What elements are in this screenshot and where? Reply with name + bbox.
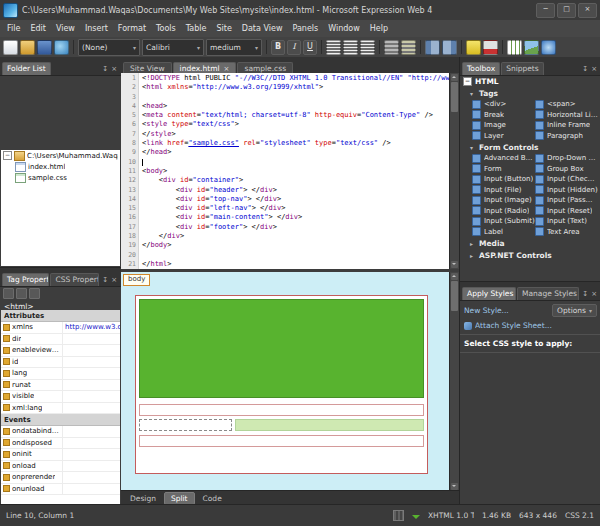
toolbox-section-tags[interactable]: ▾Tags [463, 87, 598, 99]
italic-button[interactable]: I [287, 40, 301, 55]
preview-in-browser-icon[interactable] [54, 40, 69, 55]
style-application-icon[interactable] [412, 515, 420, 519]
tab-apply-styles[interactable]: Apply Styles [462, 287, 516, 300]
property-row-xmlns[interactable]: xmlnshttp://www.w3.org/1999/xhtml [1, 322, 120, 334]
design-header-div[interactable] [139, 299, 424, 398]
tab-css-properties[interactable]: CSS Properties [50, 273, 99, 286]
property-row-lang[interactable]: lang [1, 368, 120, 380]
menu-edit[interactable]: Edit [25, 22, 51, 35]
menu-file[interactable]: File [2, 22, 25, 35]
toolbox-item-drop-down-box[interactable]: Drop-Down Box [535, 153, 598, 164]
visual-aids-icon[interactable] [393, 510, 404, 521]
code-content[interactable]: <!DOCTYPE html PUBLIC "-//W3C//DTD XHTML… [139, 73, 449, 269]
scrollbar-thumb[interactable] [451, 82, 458, 112]
close-panel-icon[interactable]: × [111, 65, 117, 73]
close-panel-icon[interactable]: × [591, 65, 597, 73]
toolbox-item-layer[interactable]: Layer [472, 131, 535, 142]
property-row-ondisposed[interactable]: ondisposed [1, 438, 120, 450]
numbered-list-icon[interactable] [401, 40, 416, 55]
font-color-icon[interactable] [483, 40, 498, 55]
property-row-dir[interactable]: dir [1, 334, 120, 346]
indent-icon[interactable] [442, 40, 457, 55]
toolbox-root[interactable]: − HTML [463, 75, 598, 87]
tab-tag-properties[interactable]: Tag Properties [2, 273, 49, 286]
toolbox-item-div[interactable]: <div> [472, 99, 535, 110]
property-row-enableviewstate[interactable]: enableviewstate [1, 345, 120, 357]
menu-panels[interactable]: Panels [287, 22, 323, 35]
code-scrollbar[interactable] [449, 73, 459, 269]
save-icon[interactable] [37, 40, 52, 55]
toolbox-item-form[interactable]: Form [472, 164, 535, 175]
view-tab-design[interactable]: Design [124, 493, 162, 504]
toolbox-section-media[interactable]: ▸Media [463, 237, 598, 249]
view-tab-code[interactable]: Code [197, 493, 228, 504]
minimize-button[interactable]: ─ [536, 3, 555, 18]
outdent-icon[interactable] [425, 40, 440, 55]
property-row-onunload[interactable]: onunload [1, 484, 120, 496]
align-left-icon[interactable] [326, 40, 341, 55]
close-document-icon[interactable]: × [224, 65, 230, 73]
folder-root[interactable]: − C:\Users\Muhammad.Waqas\Documents\My W… [1, 150, 120, 161]
tree-collapse-icon[interactable]: − [463, 77, 472, 86]
toolbox-item-input-password[interactable]: Input (Password) [535, 195, 598, 206]
property-row-ondatabinding[interactable]: ondatabinding [1, 426, 120, 438]
property-row-runat[interactable]: runat [1, 380, 120, 392]
show-categorized-icon[interactable] [3, 288, 14, 299]
show-alphabetized-icon[interactable] [16, 288, 27, 299]
bullet-list-icon[interactable] [384, 40, 399, 55]
toolbox-item-input-reset[interactable]: Input (Reset) [535, 206, 598, 217]
toolbox-item-span[interactable]: <span> [535, 99, 598, 110]
align-center-icon[interactable] [343, 40, 358, 55]
view-tab-split[interactable]: Split [164, 492, 195, 505]
toolbox-item-group-box[interactable]: Group Box [535, 164, 598, 175]
design-left-nav-div[interactable] [139, 419, 232, 431]
design-footer-div[interactable] [139, 435, 424, 447]
new-document-icon[interactable] [3, 40, 18, 55]
property-row-xml-lang[interactable]: xml:lang [1, 403, 120, 415]
scrollbar-thumb[interactable] [451, 281, 458, 311]
design-container-div[interactable] [135, 295, 428, 474]
property-row-visible[interactable]: visible [1, 391, 120, 403]
pin-icon[interactable]: ↧ [102, 276, 108, 284]
design-scrollbar[interactable] [449, 272, 459, 491]
folder-list-tab[interactable]: Folder List [2, 62, 51, 75]
property-group-events[interactable]: Events [1, 414, 120, 426]
toolbox-item-label[interactable]: Label [472, 227, 535, 238]
toolbox-item-image[interactable]: Image [472, 120, 535, 131]
toolbox-item-paragraph[interactable]: Paragraph [535, 131, 598, 142]
design-main-content-div[interactable] [235, 419, 424, 431]
toolbox-item-break[interactable]: Break [472, 110, 535, 121]
scroll-up-icon[interactable] [451, 273, 458, 280]
menu-site[interactable]: Site [211, 22, 236, 35]
file-index-html[interactable]: index.html [1, 161, 120, 172]
property-group-attributes[interactable]: Attributes [1, 310, 120, 322]
property-row-onprerender[interactable]: onprerender [1, 472, 120, 484]
scroll-down-icon[interactable] [451, 261, 458, 268]
bold-button[interactable]: B [271, 40, 285, 55]
menu-window[interactable]: Window [323, 22, 365, 35]
insert-picture-icon[interactable] [524, 40, 539, 55]
size-dropdown[interactable]: medium ▾ [206, 39, 262, 56]
toolbox-section-form-controls[interactable]: ▾Form Controls [463, 141, 598, 153]
show-set-properties-icon[interactable] [29, 288, 40, 299]
toolbox-item-horizontal-line[interactable]: Horizontal Line [535, 110, 598, 121]
toolbox-item-input-button[interactable]: Input (Button) [472, 174, 535, 185]
toolbox-item-advanced-button[interactable]: Advanced Button [472, 153, 535, 164]
toolbox-item-input-text[interactable]: Input (Text) [535, 216, 598, 227]
options-button[interactable]: Options ▾ [552, 304, 597, 317]
highlight-color-icon[interactable] [466, 40, 481, 55]
menu-data-view[interactable]: Data View [237, 22, 288, 35]
toolbox-item-input-radio[interactable]: Input (Radio) [472, 206, 535, 217]
insert-hyperlink-icon[interactable] [541, 40, 556, 55]
tab-manage-styles[interactable]: Manage Styles [517, 287, 579, 300]
pin-icon[interactable]: ↧ [582, 65, 588, 73]
toolbox-item-inline-frame[interactable]: Inline Frame [535, 120, 598, 131]
menu-format[interactable]: Format [113, 22, 151, 35]
toolbox-item-input-checkbox[interactable]: Input (Checkbox) [535, 174, 598, 185]
close-button[interactable]: × [578, 3, 597, 18]
underline-button[interactable]: U [303, 40, 317, 55]
menu-help[interactable]: Help [365, 22, 393, 35]
toolbox-item-text-area[interactable]: Text Area [535, 227, 598, 238]
design-canvas[interactable]: body [121, 272, 449, 491]
scroll-up-icon[interactable] [451, 74, 458, 81]
